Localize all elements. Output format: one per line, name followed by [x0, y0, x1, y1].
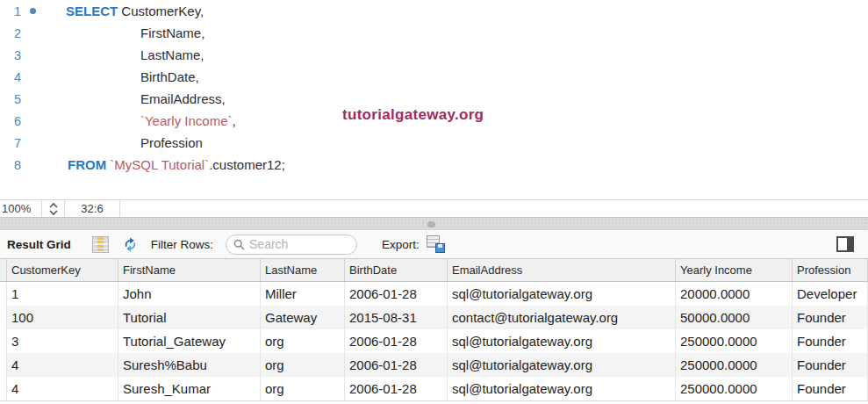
- table-row[interactable]: 100TutorialGateway2015-08-31contact@tuto…: [0, 306, 868, 329]
- code-text: Profession: [118, 135, 203, 150]
- table-cell[interactable]: 250000.0000: [676, 329, 793, 353]
- table-cell[interactable]: 4: [7, 377, 118, 400]
- zoom-stepper[interactable]: [42, 200, 65, 217]
- code-token-keyword: FROM: [68, 157, 110, 172]
- table-row[interactable]: 4Suresh_Kumarorg2006-01-28sql@tutorialga…: [0, 377, 868, 400]
- code-line[interactable]: 3LastName,: [0, 44, 868, 66]
- table-cell[interactable]: 2006-01-28: [345, 282, 448, 306]
- row-gutter[interactable]: [0, 306, 7, 329]
- export-icon[interactable]: [427, 235, 446, 253]
- column-header-lastname[interactable]: LastName: [261, 259, 345, 281]
- code-token-plain: LastName,: [140, 47, 204, 62]
- column-header-birthdate[interactable]: BirthDate: [345, 259, 448, 281]
- code-text: FROM `MySQL Tutorial`.customer12;: [46, 157, 285, 172]
- cursor-position: 32:6: [65, 200, 120, 217]
- line-number: 3: [0, 48, 21, 62]
- watermark-text: tutorialgateway.org: [342, 106, 484, 124]
- table-cell[interactable]: 2006-01-28: [345, 353, 448, 377]
- table-cell[interactable]: Gateway: [261, 306, 345, 329]
- zoom-level: 100%: [0, 200, 42, 217]
- grid-body: 1JohnMiller2006-01-28sql@tutorialgateway…: [0, 282, 868, 400]
- code-text: FirstName,: [118, 25, 204, 40]
- table-cell[interactable]: Founder: [793, 377, 868, 400]
- line-number: 6: [0, 114, 21, 128]
- code-line[interactable]: 7Profession: [0, 132, 868, 154]
- table-cell[interactable]: Tutorial_Gateway: [118, 329, 261, 353]
- search-box[interactable]: [226, 234, 357, 255]
- editor-status-bar: 100% 32:6: [0, 199, 868, 218]
- code-line[interactable]: 8FROM `MySQL Tutorial`.customer12;: [0, 154, 868, 176]
- table-cell[interactable]: 3: [7, 329, 118, 353]
- line-number: 4: [0, 70, 21, 84]
- table-cell[interactable]: sql@tutorialgateway.org: [448, 329, 676, 353]
- row-gutter[interactable]: [0, 353, 7, 377]
- splitter-drag-handle[interactable]: [427, 221, 435, 227]
- column-header-profession[interactable]: Profession: [793, 259, 868, 281]
- table-cell[interactable]: 100: [7, 306, 118, 329]
- table-cell[interactable]: org: [261, 353, 345, 377]
- code-text: `Yearly Income`,: [118, 113, 236, 128]
- table-cell[interactable]: sql@tutorialgateway.org: [448, 282, 676, 306]
- search-input[interactable]: [249, 237, 346, 251]
- table-cell[interactable]: 2015-08-31: [345, 306, 448, 329]
- line-number: 7: [0, 136, 21, 150]
- grid-bottom-filler: [0, 400, 868, 404]
- table-row[interactable]: 1JohnMiller2006-01-28sql@tutorialgateway…: [0, 282, 868, 306]
- table-cell[interactable]: org: [261, 329, 345, 353]
- code-text: EmailAddress,: [118, 91, 226, 106]
- code-token-literal: `MySQL Tutorial`: [110, 157, 209, 172]
- pane-splitter[interactable]: [0, 218, 868, 230]
- table-cell[interactable]: sql@tutorialgateway.org: [448, 377, 676, 400]
- table-cell[interactable]: Suresh_Kumar: [118, 377, 261, 400]
- side-panel-toggle-icon[interactable]: [836, 236, 854, 252]
- table-cell[interactable]: John: [118, 282, 261, 306]
- row-gutter[interactable]: [0, 377, 7, 400]
- code-line[interactable]: 4BirthDate,: [0, 66, 868, 88]
- statement-marker-dot-icon: [30, 8, 36, 14]
- code-token-plain: FirstName,: [140, 25, 204, 40]
- stepper-chevrons-icon: [48, 202, 59, 216]
- table-cell[interactable]: Tutorial: [118, 306, 261, 329]
- code-text: LastName,: [118, 47, 204, 62]
- table-cell[interactable]: org: [261, 377, 345, 400]
- code-line[interactable]: 2FirstName,: [0, 22, 868, 44]
- column-header-customerkey[interactable]: CustomerKey: [7, 259, 118, 281]
- line-number: 2: [0, 26, 21, 40]
- export-label: Export:: [382, 238, 420, 251]
- table-cell[interactable]: 250000.0000: [676, 353, 793, 377]
- code-token-plain: EmailAddress,: [140, 91, 226, 106]
- result-grid-title: Result Grid: [7, 238, 71, 251]
- table-row[interactable]: 3Tutorial_Gatewayorg2006-01-28sql@tutori…: [0, 329, 868, 353]
- refresh-icon[interactable]: [122, 236, 139, 253]
- table-cell[interactable]: 50000.0000: [676, 306, 793, 329]
- row-gutter[interactable]: [0, 282, 7, 306]
- table-cell[interactable]: 20000.0000: [676, 282, 793, 306]
- table-cell[interactable]: 2006-01-28: [345, 329, 448, 353]
- table-cell[interactable]: contact@tutorialgateway.org: [448, 306, 676, 329]
- result-grid-icon[interactable]: [92, 236, 109, 253]
- table-cell[interactable]: sql@tutorialgateway.org: [448, 353, 676, 377]
- table-cell[interactable]: Developer: [793, 282, 868, 306]
- table-cell[interactable]: 4: [7, 353, 118, 377]
- table-row[interactable]: 4Suresh%Babuorg2006-01-28sql@tutorialgat…: [0, 353, 868, 377]
- result-grid: CustomerKeyFirstNameLastNameBirthDateEma…: [0, 259, 868, 404]
- code-line[interactable]: 1SELECT CustomerKey,: [0, 0, 868, 22]
- code-text: BirthDate,: [118, 69, 199, 84]
- table-cell[interactable]: 1: [7, 282, 118, 306]
- table-cell[interactable]: 2006-01-28: [345, 377, 448, 400]
- table-cell[interactable]: Suresh%Babu: [118, 353, 261, 377]
- sql-editor[interactable]: 1SELECT CustomerKey,2FirstName,3LastName…: [0, 0, 868, 199]
- column-header-emailaddress[interactable]: EmailAddress: [448, 259, 676, 281]
- export-floppy-part-icon: [435, 243, 445, 253]
- row-gutter[interactable]: [0, 329, 7, 353]
- table-cell[interactable]: Miller: [261, 282, 345, 306]
- table-cell[interactable]: 250000.0000: [676, 377, 793, 400]
- column-header-yearly-income[interactable]: Yearly Income: [676, 259, 793, 281]
- code-token-plain: ,: [233, 113, 236, 128]
- code-token-plain: .customer12;: [209, 157, 285, 172]
- table-cell[interactable]: Founder: [793, 329, 868, 353]
- table-cell[interactable]: Founder: [793, 353, 868, 377]
- column-header-firstname[interactable]: FirstName: [118, 259, 261, 281]
- table-cell[interactable]: Founder: [793, 306, 868, 329]
- mysql-workbench-window: 1SELECT CustomerKey,2FirstName,3LastName…: [0, 0, 868, 404]
